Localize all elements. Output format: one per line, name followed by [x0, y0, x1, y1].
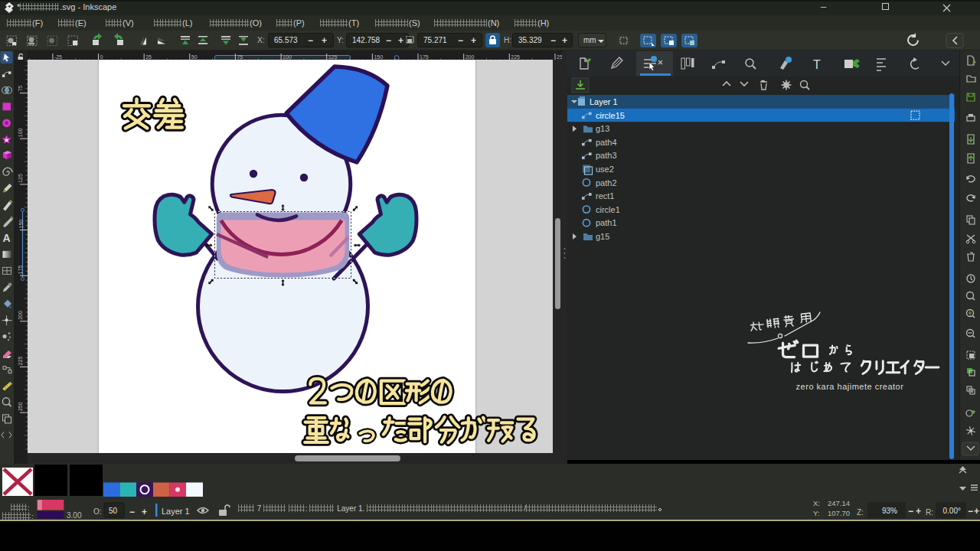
svg-text:path4: path4 — [596, 138, 617, 147]
svg-text:50: 50 — [109, 507, 118, 515]
svg-text:-25: -25 — [54, 54, 62, 60]
svg-text:Z:: Z: — [857, 508, 864, 517]
svg-text:107.70: 107.70 — [828, 509, 850, 517]
svg-text:125: 125 — [18, 174, 24, 183]
svg-text:175: 175 — [18, 265, 24, 274]
svg-text:150: 150 — [374, 54, 383, 60]
svg-text:O:: O: — [93, 507, 102, 516]
svg-text:use2: use2 — [596, 165, 614, 174]
svg-text:93%: 93% — [882, 507, 897, 515]
svg-text:+: + — [974, 506, 979, 517]
svg-text:0: 0 — [100, 54, 103, 60]
svg-text:100: 100 — [18, 128, 24, 137]
svg-text:225: 225 — [511, 54, 520, 60]
svg-text:25: 25 — [145, 54, 152, 60]
svg-text:125: 125 — [328, 54, 338, 60]
svg-text:−: − — [968, 506, 973, 517]
svg-text:path3: path3 — [596, 151, 617, 160]
svg-text:200: 200 — [466, 54, 475, 60]
svg-text:path1: path1 — [596, 218, 617, 227]
svg-text:250: 250 — [18, 402, 24, 411]
svg-text:175: 175 — [420, 54, 429, 60]
svg-text:3.00: 3.00 — [67, 511, 82, 520]
svg-text:50: 50 — [191, 54, 198, 60]
svg-text:200: 200 — [18, 311, 24, 320]
svg-text:Layer 1: Layer 1 — [590, 97, 618, 106]
svg-text:circle15: circle15 — [596, 111, 625, 120]
svg-text:R:: R: — [926, 508, 933, 517]
svg-text:150: 150 — [18, 220, 24, 229]
svg-text:−: − — [129, 507, 135, 517]
svg-text:+: + — [916, 506, 921, 517]
svg-text:T: T — [813, 58, 821, 71]
svg-text:Layer 1: Layer 1 — [162, 507, 190, 516]
svg-text:250: 250 — [557, 54, 562, 60]
svg-text:rect1: rect1 — [596, 191, 614, 201]
svg-text:A: A — [3, 232, 11, 244]
svg-text:247.14: 247.14 — [828, 499, 850, 507]
svg-text:circle1: circle1 — [596, 205, 620, 214]
svg-text:225: 225 — [18, 357, 24, 366]
svg-text:+: + — [142, 507, 147, 517]
svg-text:−: − — [908, 506, 913, 517]
svg-text:g15: g15 — [596, 232, 609, 241]
svg-text:Y:: Y: — [813, 509, 819, 517]
svg-text:zero kara hajimete creator: zero kara hajimete creator — [796, 382, 904, 391]
svg-text:0.00°: 0.00° — [943, 507, 961, 515]
svg-text:X:: X: — [813, 499, 820, 507]
svg-text:path2: path2 — [596, 178, 617, 187]
svg-text:75: 75 — [237, 54, 243, 60]
svg-text:100: 100 — [283, 54, 292, 60]
svg-text:75: 75 — [18, 86, 24, 92]
svg-text:g13: g13 — [596, 124, 609, 133]
